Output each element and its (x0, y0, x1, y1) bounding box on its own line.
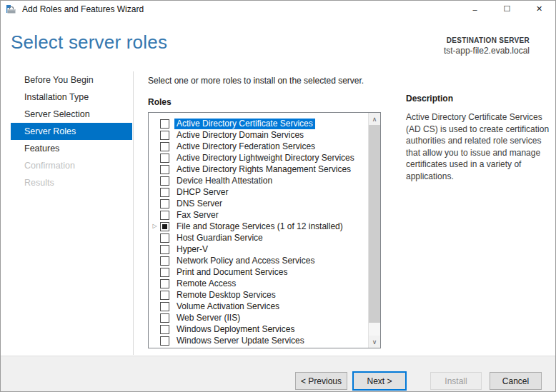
page-title: Select server roles (11, 31, 167, 54)
install-button: Install (430, 372, 482, 390)
sidebar-item-installation-type[interactable]: Installation Type (11, 89, 132, 106)
window-controls: – ☐ ✕ (459, 1, 555, 17)
role-checkbox[interactable] (160, 325, 169, 334)
role-row-fax-server[interactable]: Fax Server (149, 209, 367, 221)
role-checkbox[interactable] (160, 233, 169, 243)
role-row-windows-deployment-services[interactable]: Windows Deployment Services (149, 323, 367, 335)
role-label[interactable]: Active Directory Certificate Services (174, 119, 315, 129)
role-row-hyper-v[interactable]: Hyper-V (149, 243, 367, 255)
titlebar: Add Roles and Features Wizard – ☐ ✕ (1, 1, 555, 17)
role-row-active-directory-certificate-services[interactable]: Active Directory Certificate Services (149, 118, 367, 129)
role-label[interactable]: Windows Server Update Services (174, 336, 307, 346)
role-checkbox[interactable] (160, 279, 169, 288)
role-row-volume-activation-services[interactable]: Volume Activation Services (149, 301, 367, 312)
roles-list-label: Roles (148, 97, 172, 107)
role-checkbox[interactable] (160, 268, 169, 277)
role-checkbox[interactable] (160, 222, 169, 231)
footer-bar: < PreviousNext >InstallCancel (1, 356, 555, 391)
role-label[interactable]: Host Guardian Service (174, 233, 265, 243)
description-text: Active Directory Certificate Services (A… (406, 111, 552, 182)
role-label[interactable]: Windows Deployment Services (174, 324, 297, 335)
role-row-dns-server[interactable]: DNS Server (149, 198, 367, 209)
destination-server-block: DESTINATION SERVER tst-app-file2.evab.lo… (444, 36, 530, 56)
role-label[interactable]: Remote Access (174, 278, 238, 289)
role-checkbox[interactable] (160, 142, 169, 151)
next-button[interactable]: Next > (353, 372, 406, 390)
role-label[interactable]: Fax Server (174, 210, 221, 221)
role-row-remote-access[interactable]: Remote Access (149, 278, 367, 289)
role-checkbox[interactable] (160, 165, 169, 174)
role-row-active-directory-domain-services[interactable]: Active Directory Domain Services (149, 129, 367, 141)
sidebar-item-server-selection[interactable]: Server Selection (11, 106, 132, 123)
sidebar-item-results: Results (11, 174, 132, 191)
role-row-host-guardian-service[interactable]: Host Guardian Service (149, 232, 367, 243)
close-button[interactable]: ✕ (523, 1, 555, 17)
sidebar-item-server-roles[interactable]: Server Roles (11, 123, 132, 140)
destination-server-label: DESTINATION SERVER (444, 36, 530, 44)
role-checkbox[interactable] (160, 119, 169, 129)
role-label[interactable]: Active Directory Domain Services (174, 130, 306, 141)
role-label[interactable]: Active Directory Federation Services (174, 141, 317, 152)
role-checkbox[interactable] (160, 131, 169, 140)
role-row-web-server-iis[interactable]: Web Server (IIS) (149, 312, 367, 323)
role-checkbox[interactable] (160, 176, 169, 186)
wizard-toolbox-icon (6, 4, 17, 15)
role-label[interactable]: Hyper-V (174, 244, 210, 255)
role-row-remote-desktop-services[interactable]: Remote Desktop Services (149, 289, 367, 301)
role-label[interactable]: Active Directory Lightweight Directory S… (174, 153, 357, 164)
scroll-down-icon[interactable]: ∨ (369, 336, 380, 348)
description-title: Description (406, 94, 453, 104)
roles-listbox: Active Directory Certificate ServicesAct… (148, 112, 381, 348)
role-label[interactable]: DNS Server (174, 198, 224, 209)
role-label[interactable]: DHCP Server (174, 187, 230, 198)
role-label[interactable]: Remote Desktop Services (174, 290, 278, 301)
expand-arrow-icon[interactable]: ▷ (149, 221, 160, 232)
roles-list: Active Directory Certificate ServicesAct… (149, 118, 367, 346)
role-row-active-directory-lightweight-directory-services[interactable]: Active Directory Lightweight Directory S… (149, 152, 367, 164)
role-label[interactable]: Device Health Attestation (174, 176, 274, 186)
role-label[interactable]: Network Policy and Access Services (174, 256, 317, 266)
scrollbar-thumb[interactable] (369, 125, 380, 323)
maximize-button[interactable]: ☐ (491, 1, 523, 17)
role-checkbox[interactable] (160, 291, 169, 300)
role-checkbox[interactable] (160, 154, 169, 163)
sidebar-item-features[interactable]: Features (11, 140, 132, 157)
destination-server-value: tst-app-file2.evab.local (444, 46, 530, 56)
role-label[interactable]: Print and Document Services (174, 267, 289, 278)
roles-scrollbar[interactable]: ∧ ∨ (368, 113, 380, 348)
sidebar-item-confirmation: Confirmation (11, 157, 132, 174)
window-title: Add Roles and Features Wizard (22, 4, 144, 14)
add-roles-wizard-window: Add Roles and Features Wizard – ☐ ✕ Sele… (0, 0, 556, 392)
role-row-active-directory-rights-management-services[interactable]: Active Directory Rights Management Servi… (149, 164, 367, 175)
role-label[interactable]: Volume Activation Services (174, 301, 282, 312)
role-row-windows-server-update-services[interactable]: Windows Server Update Services (149, 335, 367, 346)
role-checkbox[interactable] (160, 199, 169, 208)
role-label[interactable]: Active Directory Rights Management Servi… (174, 164, 353, 175)
minimize-button[interactable]: – (459, 1, 491, 17)
role-row-dhcp-server[interactable]: DHCP Server (149, 186, 367, 198)
role-checkbox[interactable] (160, 188, 169, 197)
scroll-up-icon[interactable]: ∧ (369, 113, 380, 125)
role-checkbox[interactable] (160, 302, 169, 311)
role-label[interactable]: File and Storage Services (1 of 12 insta… (174, 221, 345, 232)
sidebar-nav: Before You BeginInstallation TypeServer … (1, 71, 134, 355)
role-row-active-directory-federation-services[interactable]: Active Directory Federation Services (149, 141, 367, 152)
instruction-text: Select one or more roles to install on t… (148, 76, 364, 86)
role-checkbox[interactable] (160, 336, 169, 346)
previous-button[interactable]: < Previous (295, 372, 347, 390)
role-checkbox[interactable] (160, 245, 169, 254)
role-checkbox[interactable] (160, 211, 169, 220)
role-row-network-policy-and-access-services[interactable]: Network Policy and Access Services (149, 255, 367, 266)
role-row-print-and-document-services[interactable]: Print and Document Services (149, 266, 367, 278)
cancel-button[interactable]: Cancel (490, 372, 542, 390)
role-row-device-health-attestation[interactable]: Device Health Attestation (149, 175, 367, 186)
role-checkbox[interactable] (160, 313, 169, 323)
role-checkbox[interactable] (160, 256, 169, 266)
role-label[interactable]: Web Server (IIS) (174, 313, 242, 323)
sidebar-item-before-you-begin[interactable]: Before You Begin (11, 71, 132, 89)
role-row-file-and-storage-services-1-of-12-installed[interactable]: ▷File and Storage Services (1 of 12 inst… (149, 221, 367, 232)
